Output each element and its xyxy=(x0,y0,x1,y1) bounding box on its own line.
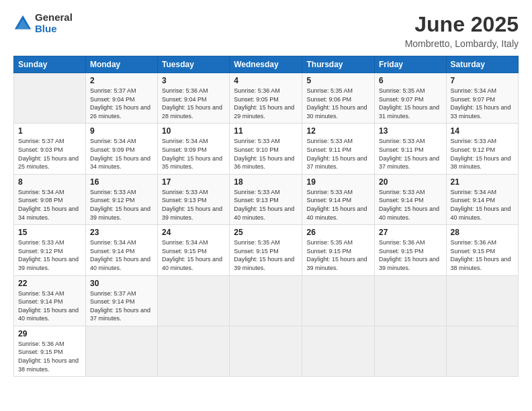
calendar-cell xyxy=(14,73,86,124)
day-info: Sunrise: 5:33 AMSunset: 9:13 PMDaylight:… xyxy=(162,188,225,222)
calendar-cell: 26Sunrise: 5:35 AMSunset: 9:15 PMDayligh… xyxy=(302,225,375,275)
day-info: Sunrise: 5:33 AMSunset: 9:11 PMDaylight:… xyxy=(306,137,370,171)
calendar-cell xyxy=(85,326,157,376)
calendar-cell xyxy=(158,275,230,326)
day-info: Sunrise: 5:36 AMSunset: 9:15 PMDaylight:… xyxy=(18,340,81,373)
calendar-cell: 12Sunrise: 5:33 AMSunset: 9:11 PMDayligh… xyxy=(302,124,375,174)
calendar-cell: 18Sunrise: 5:33 AMSunset: 9:13 PMDayligh… xyxy=(230,174,302,224)
header-monday: Monday xyxy=(85,56,157,73)
calendar-cell: 14Sunrise: 5:33 AMSunset: 9:12 PMDayligh… xyxy=(446,124,518,174)
day-info: Sunrise: 5:34 AMSunset: 9:08 PMDaylight:… xyxy=(18,188,81,222)
day-number: 25 xyxy=(234,228,298,237)
calendar-cell: 17Sunrise: 5:33 AMSunset: 9:13 PMDayligh… xyxy=(158,174,230,224)
day-number: 8 xyxy=(18,177,81,187)
day-number: 23 xyxy=(90,228,153,237)
day-info: Sunrise: 5:33 AMSunset: 9:12 PMDaylight:… xyxy=(18,238,81,272)
day-number: 6 xyxy=(379,76,442,85)
day-number: 18 xyxy=(234,177,298,187)
logo-blue-text: Blue xyxy=(35,24,73,35)
calendar-cell: 9Sunrise: 5:34 AMSunset: 9:09 PMDaylight… xyxy=(85,124,157,174)
header-saturday: Saturday xyxy=(446,56,518,73)
day-info: Sunrise: 5:33 AMSunset: 9:14 PMDaylight:… xyxy=(379,188,442,222)
calendar-week-2: 1Sunrise: 5:37 AMSunset: 9:03 PMDaylight… xyxy=(14,124,519,174)
day-info: Sunrise: 5:33 AMSunset: 9:12 PMDaylight:… xyxy=(451,137,514,171)
calendar-cell: 23Sunrise: 5:34 AMSunset: 9:14 PMDayligh… xyxy=(85,225,157,275)
day-info: Sunrise: 5:36 AMSunset: 9:15 PMDaylight:… xyxy=(451,238,514,272)
calendar-cell: 22Sunrise: 5:34 AMSunset: 9:14 PMDayligh… xyxy=(14,275,86,326)
day-info: Sunrise: 5:36 AMSunset: 9:15 PMDaylight:… xyxy=(379,238,442,272)
day-number: 4 xyxy=(234,76,298,85)
calendar-cell: 24Sunrise: 5:34 AMSunset: 9:15 PMDayligh… xyxy=(158,225,230,275)
calendar-cell: 28Sunrise: 5:36 AMSunset: 9:15 PMDayligh… xyxy=(446,225,518,275)
day-number: 11 xyxy=(234,126,298,136)
day-info: Sunrise: 5:33 AMSunset: 9:13 PMDaylight:… xyxy=(234,188,298,222)
day-info: Sunrise: 5:33 AMSunset: 9:12 PMDaylight:… xyxy=(90,188,153,222)
day-info: Sunrise: 5:34 AMSunset: 9:15 PMDaylight:… xyxy=(162,238,225,272)
calendar-cell: 2Sunrise: 5:37 AMSunset: 9:04 PMDaylight… xyxy=(85,73,157,124)
day-info: Sunrise: 5:37 AMSunset: 9:03 PMDaylight:… xyxy=(18,137,81,171)
calendar-week-1: 2Sunrise: 5:37 AMSunset: 9:04 PMDaylight… xyxy=(14,73,519,124)
calendar-week-3: 8Sunrise: 5:34 AMSunset: 9:08 PMDaylight… xyxy=(14,174,519,224)
logo: General Blue xyxy=(13,12,73,34)
calendar-week-6: 29Sunrise: 5:36 AMSunset: 9:15 PMDayligh… xyxy=(14,326,519,376)
calendar-cell xyxy=(230,275,302,326)
logo-text: General Blue xyxy=(35,12,73,34)
day-info: Sunrise: 5:33 AMSunset: 9:11 PMDaylight:… xyxy=(379,137,442,171)
day-info: Sunrise: 5:34 AMSunset: 9:14 PMDaylight:… xyxy=(451,188,514,222)
calendar-cell xyxy=(230,326,302,376)
calendar-cell xyxy=(302,326,375,376)
day-info: Sunrise: 5:34 AMSunset: 9:09 PMDaylight:… xyxy=(90,137,153,171)
calendar-cell: 16Sunrise: 5:33 AMSunset: 9:12 PMDayligh… xyxy=(85,174,157,224)
day-info: Sunrise: 5:35 AMSunset: 9:06 PMDaylight:… xyxy=(306,87,370,120)
calendar-cell: 10Sunrise: 5:34 AMSunset: 9:09 PMDayligh… xyxy=(158,124,230,174)
day-number: 27 xyxy=(379,228,442,237)
calendar-header-row: Sunday Monday Tuesday Wednesday Thursday… xyxy=(14,56,519,73)
page: General Blue June 2025 Mombretto, Lombar… xyxy=(0,0,532,411)
calendar-cell: 7Sunrise: 5:34 AMSunset: 9:07 PMDaylight… xyxy=(446,73,518,124)
day-number: 1 xyxy=(18,126,81,136)
header-friday: Friday xyxy=(375,56,447,73)
day-info: Sunrise: 5:34 AMSunset: 9:14 PMDaylight:… xyxy=(18,289,81,323)
calendar-cell: 27Sunrise: 5:36 AMSunset: 9:15 PMDayligh… xyxy=(375,225,447,275)
day-info: Sunrise: 5:37 AMSunset: 9:04 PMDaylight:… xyxy=(90,87,153,120)
day-number: 12 xyxy=(306,126,370,136)
calendar-cell: 1Sunrise: 5:37 AMSunset: 9:03 PMDaylight… xyxy=(14,124,86,174)
calendar-cell: 15Sunrise: 5:33 AMSunset: 9:12 PMDayligh… xyxy=(14,225,86,275)
calendar-cell: 11Sunrise: 5:33 AMSunset: 9:10 PMDayligh… xyxy=(230,124,302,174)
calendar-cell: 19Sunrise: 5:33 AMSunset: 9:14 PMDayligh… xyxy=(302,174,375,224)
day-number: 14 xyxy=(451,126,514,136)
calendar-week-5: 22Sunrise: 5:34 AMSunset: 9:14 PMDayligh… xyxy=(14,275,519,326)
day-info: Sunrise: 5:33 AMSunset: 9:14 PMDaylight:… xyxy=(306,188,370,222)
calendar-title: June 2025 xyxy=(405,12,519,37)
day-number: 3 xyxy=(162,76,225,85)
header-tuesday: Tuesday xyxy=(158,56,230,73)
day-number: 19 xyxy=(306,177,370,187)
day-number: 28 xyxy=(451,228,514,237)
day-number: 5 xyxy=(306,76,370,85)
day-info: Sunrise: 5:35 AMSunset: 9:15 PMDaylight:… xyxy=(306,238,370,272)
day-number: 9 xyxy=(90,126,153,136)
day-info: Sunrise: 5:34 AMSunset: 9:07 PMDaylight:… xyxy=(451,87,514,120)
day-number: 13 xyxy=(379,126,442,136)
calendar-cell xyxy=(446,275,518,326)
day-number: 10 xyxy=(162,126,225,136)
day-info: Sunrise: 5:34 AMSunset: 9:14 PMDaylight:… xyxy=(90,238,153,272)
day-number: 16 xyxy=(90,177,153,187)
header: General Blue June 2025 Mombretto, Lombar… xyxy=(13,12,519,49)
day-info: Sunrise: 5:36 AMSunset: 9:05 PMDaylight:… xyxy=(234,87,298,120)
calendar-week-4: 15Sunrise: 5:33 AMSunset: 9:12 PMDayligh… xyxy=(14,225,519,275)
day-info: Sunrise: 5:33 AMSunset: 9:10 PMDaylight:… xyxy=(234,137,298,171)
calendar-cell xyxy=(446,326,518,376)
day-number: 15 xyxy=(18,228,81,237)
header-thursday: Thursday xyxy=(302,56,375,73)
calendar-location: Mombretto, Lombardy, Italy xyxy=(405,38,519,49)
calendar-cell: 3Sunrise: 5:36 AMSunset: 9:04 PMDaylight… xyxy=(158,73,230,124)
calendar-cell xyxy=(375,326,447,376)
day-number: 29 xyxy=(18,329,81,338)
header-wednesday: Wednesday xyxy=(230,56,302,73)
day-number: 20 xyxy=(379,177,442,187)
calendar-cell: 5Sunrise: 5:35 AMSunset: 9:06 PMDaylight… xyxy=(302,73,375,124)
calendar-cell: 20Sunrise: 5:33 AMSunset: 9:14 PMDayligh… xyxy=(375,174,447,224)
day-number: 2 xyxy=(90,76,153,85)
logo-general-text: General xyxy=(35,12,73,24)
